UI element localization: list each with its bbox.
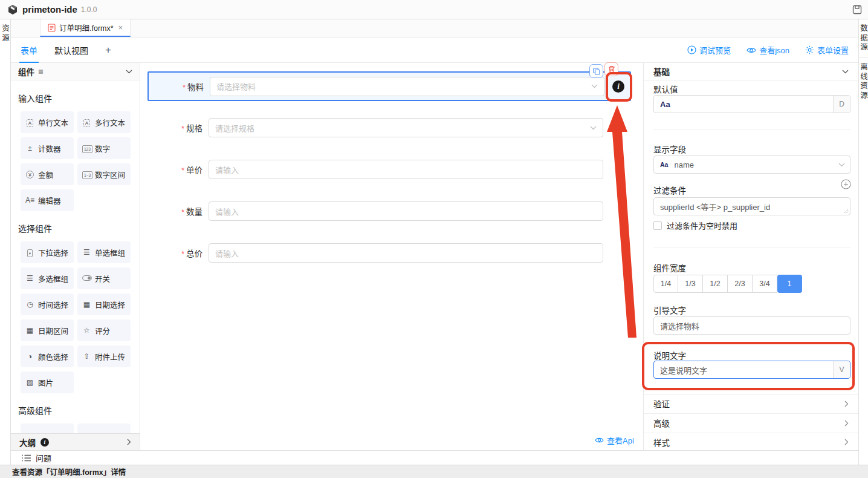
form-settings-button[interactable]: 表单设置 bbox=[805, 44, 849, 56]
component-counter[interactable]: ±计数器 bbox=[21, 137, 74, 159]
component-upload[interactable]: ⇧附件上传 bbox=[77, 345, 131, 367]
form-field-quantity[interactable]: *数量 请输入 bbox=[147, 196, 631, 226]
unit-price-input[interactable]: 请输入 bbox=[209, 160, 603, 179]
resources-strip-item[interactable]: 资源 bbox=[0, 19, 11, 48]
spec-select[interactable]: 请选择规格 bbox=[209, 118, 603, 137]
component-width-label: 组件宽度 bbox=[653, 261, 686, 273]
width-option-1[interactable]: 1 bbox=[777, 275, 802, 293]
material-select[interactable]: 请选择物料 bbox=[210, 77, 604, 96]
validation-section-header[interactable]: 验证 bbox=[644, 394, 858, 413]
form-field-material[interactable]: *物料 请选择物料 i bbox=[147, 71, 631, 101]
close-icon[interactable]: × bbox=[118, 23, 123, 32]
material-placeholder: 请选择物料 bbox=[216, 80, 591, 92]
tab-default-view[interactable]: 默认视图 bbox=[54, 44, 88, 56]
component-cutoff bbox=[21, 424, 74, 433]
default-value-label: 默认值 bbox=[653, 83, 678, 95]
eye-icon bbox=[595, 437, 604, 444]
app-version: 1.0.0 bbox=[81, 5, 97, 14]
list-icon bbox=[22, 454, 31, 462]
chevron-right-icon[interactable] bbox=[127, 439, 131, 445]
editor-tab-order-detail[interactable]: 订单明细.formx* × bbox=[40, 19, 131, 37]
description-text-input[interactable]: V bbox=[653, 361, 850, 379]
field-label: *总价 bbox=[147, 247, 209, 259]
number-icon: 123 bbox=[82, 145, 92, 153]
component-sidebar: 组件 ▦ 输入组件 A单行文本 A多行文本 ±计数器 123数字 ¥金额 1~3… bbox=[11, 63, 140, 450]
form-field-total-price[interactable]: *总价 请输入 bbox=[147, 238, 631, 268]
guide-text-label: 引导文字 bbox=[653, 304, 686, 316]
document-icon bbox=[48, 24, 56, 32]
width-option-3-4[interactable]: 3/4 bbox=[753, 275, 777, 293]
delete-component-button[interactable] bbox=[604, 62, 618, 76]
outline-bar[interactable]: 大纲 i bbox=[11, 433, 140, 450]
component-radio-group[interactable]: ☰单选框组 bbox=[77, 241, 131, 263]
resize-handle[interactable] bbox=[844, 209, 849, 214]
component-date-picker[interactable]: ▦日期选择 bbox=[77, 293, 131, 315]
filter-condition-textarea[interactable]: supplierId <等于> p_supplier_id bbox=[653, 197, 850, 215]
checkbox-icon[interactable] bbox=[653, 221, 662, 230]
form-field-spec[interactable]: *规格 请选择规格 bbox=[147, 113, 631, 143]
copy-component-button[interactable] bbox=[589, 64, 603, 78]
width-option-1-2[interactable]: 1/2 bbox=[703, 275, 728, 293]
quantity-input[interactable]: 请输入 bbox=[209, 201, 603, 221]
chevron-right-icon bbox=[844, 401, 849, 407]
plus-circle-icon bbox=[841, 179, 851, 189]
chevron-down-icon[interactable] bbox=[126, 70, 132, 74]
total-price-input[interactable]: 请输入 bbox=[209, 243, 603, 263]
form-canvas[interactable]: *物料 请选择物料 i *规格 请选择规格 *单价 请输入 bbox=[140, 63, 643, 450]
add-view-button[interactable]: + bbox=[105, 44, 111, 56]
offline-resource-strip-item[interactable]: 离线资源 bbox=[858, 58, 868, 105]
width-option-2-3[interactable]: 2/3 bbox=[728, 275, 753, 293]
description-text-field[interactable] bbox=[654, 361, 833, 378]
save-icon[interactable] bbox=[852, 5, 862, 15]
component-rating[interactable]: ☆评分 bbox=[77, 319, 131, 341]
default-value-field[interactable] bbox=[670, 96, 833, 113]
component-color-picker[interactable]: ◑颜色选择 bbox=[21, 345, 74, 367]
validation-label: 验证 bbox=[653, 398, 670, 410]
switch-icon bbox=[82, 275, 92, 281]
problems-bar[interactable]: 问题 bbox=[11, 450, 858, 465]
gear-icon bbox=[805, 45, 814, 54]
component-number[interactable]: 123数字 bbox=[77, 137, 131, 159]
view-json-button[interactable]: 查看json bbox=[747, 44, 789, 56]
textarea-icon: A bbox=[83, 119, 90, 127]
width-option-1-3[interactable]: 1/3 bbox=[678, 275, 703, 293]
section-input-components: 输入组件 bbox=[18, 92, 52, 104]
component-image[interactable]: ▨图片 bbox=[21, 372, 74, 393]
text-type-icon: Aa bbox=[654, 100, 670, 109]
width-option-1-4[interactable]: 1/4 bbox=[653, 275, 678, 293]
component-select[interactable]: ▾下拉选择 bbox=[21, 241, 74, 263]
tab-title: 订单明细.formx* bbox=[59, 22, 114, 33]
debug-preview-button[interactable]: 调试预览 bbox=[687, 44, 731, 56]
spec-placeholder: 请选择规格 bbox=[215, 122, 590, 134]
view-json-label: 查看json bbox=[759, 44, 789, 56]
component-switch[interactable]: 开关 bbox=[77, 267, 131, 289]
component-textarea[interactable]: A多行文本 bbox=[77, 111, 131, 133]
form-field-unit-price[interactable]: *单价 请输入 bbox=[147, 154, 631, 185]
outline-info-icon: i bbox=[40, 438, 49, 447]
components-header[interactable]: 组件 ▦ bbox=[11, 63, 140, 80]
guide-text-field[interactable] bbox=[654, 317, 850, 334]
display-field-select[interactable]: Aa name bbox=[653, 156, 850, 174]
datasource-strip-item[interactable]: 数据源 bbox=[858, 19, 868, 58]
component-number-range[interactable]: 1~3数字区间 bbox=[77, 163, 131, 185]
divider bbox=[653, 247, 850, 247]
component-editor[interactable]: A≡编辑器 bbox=[21, 189, 74, 211]
component-checkbox-group[interactable]: ☰多选框组 bbox=[21, 267, 74, 289]
filter-disable-checkbox-row[interactable]: 过滤条件为空时禁用 bbox=[653, 220, 737, 231]
style-section-header[interactable]: 样式 bbox=[644, 433, 858, 451]
component-time-picker[interactable]: ◷时间选择 bbox=[21, 293, 74, 315]
component-date-range[interactable]: ▦日期区间 bbox=[21, 319, 74, 341]
component-money[interactable]: ¥金额 bbox=[21, 163, 74, 185]
dynamic-toggle-button[interactable]: D bbox=[833, 96, 850, 113]
default-value-input[interactable]: Aa D bbox=[653, 95, 850, 113]
outline-label: 大纲 bbox=[19, 436, 36, 448]
variable-toggle-button[interactable]: V bbox=[833, 361, 850, 378]
component-text[interactable]: A单行文本 bbox=[21, 111, 74, 133]
advanced-section-header[interactable]: 高级 bbox=[644, 413, 858, 432]
view-api-button[interactable]: 查看Api bbox=[595, 434, 634, 446]
basic-section-header[interactable]: 基础 bbox=[644, 63, 858, 80]
guide-text-input[interactable] bbox=[653, 316, 850, 335]
tab-form[interactable]: 表单 bbox=[21, 44, 37, 56]
info-icon[interactable]: i bbox=[612, 80, 624, 93]
add-filter-button[interactable] bbox=[841, 179, 851, 189]
